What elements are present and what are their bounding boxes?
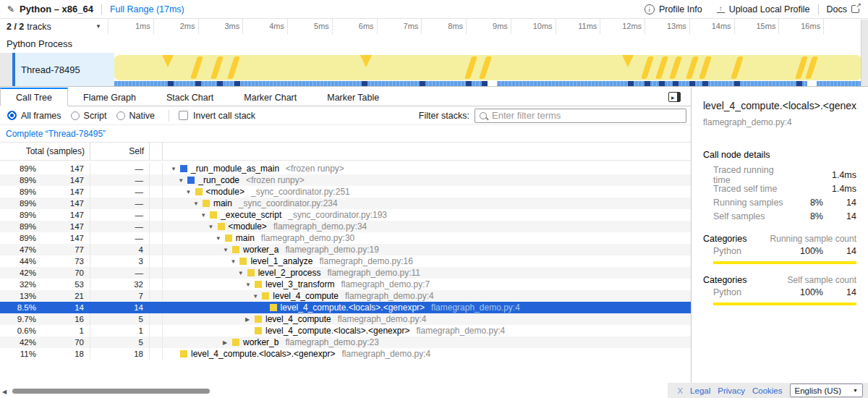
category-square-icon [255,327,262,334]
total-cell: 89%147 [0,209,90,221]
footer-close-button[interactable]: X [677,386,683,395]
radio-label[interactable]: Native [129,111,155,121]
radio-label[interactable]: All frames [21,111,61,121]
tab-marker-table[interactable]: Marker Table [312,88,394,106]
time-tick-label: 3ms [197,22,239,30]
radio-label[interactable]: Script [84,111,107,121]
twisty-icon[interactable]: ▼ [178,177,187,184]
scroll-left-icon[interactable]: ◀ [2,389,7,395]
twisty-icon[interactable]: ▼ [238,270,247,276]
category-square-icon [247,269,255,276]
divider [818,4,819,14]
twisty-icon[interactable]: ▶ [245,316,255,323]
radio-all-frames[interactable] [7,111,17,120]
category-square-icon [195,188,203,195]
twisty-icon[interactable]: ▼ [216,235,225,242]
table-row[interactable]: 9.7%165▶level_4_computeflamegraph_demo.p… [0,313,691,325]
edit-profile-name-icon[interactable]: ✎ [7,4,14,14]
twisty-icon[interactable]: ▼ [171,166,180,172]
radio-native[interactable] [116,111,125,120]
twisty-icon[interactable]: ▼ [193,200,203,207]
category-row: Python100%14 [703,244,856,258]
total-cell: 9.7%16 [0,313,90,325]
table-row[interactable]: 89%147—▼<module>flamegraph_demo.py:34 [0,221,691,232]
twisty-icon[interactable]: ▼ [186,189,195,195]
spacer-cell [150,186,163,198]
twisty-icon[interactable]: ▼ [252,293,262,300]
invert-call-stack-checkbox[interactable] [179,111,188,120]
docs-link[interactable]: Docs [827,4,859,14]
total-percent: 32% [0,280,36,289]
tab-call-tree[interactable]: Call Tree [0,88,68,106]
thread-track-label[interactable]: Thread-78495 [15,53,114,86]
table-row[interactable]: 44%733▼level_1_analyzeflamegraph_demo.py… [0,255,691,267]
table-row[interactable]: 89%147—▼main_sync_coordinator.py:234 [0,198,691,209]
file-location: flamegraph_demo.py:4 [341,349,430,359]
profile-name[interactable]: Python – x86_64 [20,4,93,14]
twisty-icon[interactable]: ▼ [230,258,239,265]
twisty-icon[interactable]: ▼ [200,212,210,219]
track-scrollbar[interactable] [861,20,868,86]
sample-dark-segment [644,81,650,86]
table-row[interactable]: 8.5%1414level_4_compute.<locals>.<genexp… [0,302,691,313]
sample-dark-segment [689,81,695,86]
tab-marker-chart[interactable]: Marker Chart [229,88,312,106]
table-row[interactable]: 11%1818level_4_compute.<locals>.<genexpr… [0,348,691,360]
table-row[interactable]: 13%217▼level_4_computeflamegraph_demo.py… [0,290,691,302]
total-cell: 89%147 [0,221,90,232]
time-tick-label: 5ms [287,22,329,30]
column-total-samples[interactable]: Total (samples) [0,143,90,160]
tree-cell: ▶worker_bflamegraph_demo.py:23 [163,336,691,348]
table-row[interactable]: 47%774▼worker_aflamegraph_demo.py:19 [0,244,691,255]
spacer-cell [150,209,163,221]
twisty-icon[interactable]: ▼ [208,224,218,230]
total-count: 53 [36,280,90,289]
call-tree-toolbar: All framesScriptNative Invert call stack… [0,106,691,125]
table-row[interactable]: 0.6%11level_4_compute.<locals>.<genexpr>… [0,325,691,336]
table-row[interactable]: 42%70—▼level_2_processflamegraph_demo.py… [0,267,691,279]
tracks-dropdown[interactable]: 2 / 2 tracks ▼ [0,19,109,34]
footer-bar: X LegalPrivacyCookies English (US) ▼ [668,383,868,398]
footer-link-legal[interactable]: Legal [690,386,710,395]
twisty-icon[interactable]: ▼ [245,281,255,288]
table-row[interactable]: 89%147—▼_run_module_as_main<frozen runpy… [0,163,691,174]
activity-graph[interactable] [114,53,868,86]
toggle-sidebar-icon[interactable] [668,92,681,102]
twisty-icon[interactable]: ▶ [223,339,232,346]
table-row[interactable]: 32%5332▼level_3_transformflamegraph_demo… [0,279,691,290]
table-row[interactable]: 89%147—▼mainflamegraph_demo.py:30 [0,232,691,244]
thread-track[interactable]: Thread-78495 [0,53,868,87]
tab-flame-graph[interactable]: Flame Graph [68,88,151,106]
table-row[interactable]: 42%705▶worker_bflamegraph_demo.py:23 [0,336,691,348]
twisty-icon[interactable]: ▼ [223,247,232,253]
footer-link-privacy[interactable]: Privacy [718,386,745,395]
invert-call-stack-label[interactable]: Invert call stack [193,111,255,121]
profile-info-button[interactable]: i Profile Info [644,4,702,14]
time-ticks[interactable]: 1ms2ms3ms4ms5ms6ms7ms8ms9ms10ms11ms12ms1… [109,19,868,34]
language-select[interactable]: English (US) ▼ [790,384,864,397]
tab-stack-chart[interactable]: Stack Chart [151,88,229,106]
complete-thread-link[interactable]: Complete “Thread-78495” [0,125,691,143]
bottom-panel: Call TreeFlame GraphStack ChartMarker Ch… [0,88,691,398]
total-count: 70 [36,338,90,347]
upload-local-profile-button[interactable]: ↑ Upload Local Profile [717,4,810,14]
scrollbar-thumb[interactable] [12,389,210,394]
total-cell: 89%147 [0,163,90,174]
table-row[interactable]: 89%147—▼<module>_sync_coordinator.py:251 [0,186,691,198]
detail-row: Self samples8%14 [703,209,856,223]
self-cell: — [90,186,150,198]
process-track-header[interactable]: Python Process [0,34,868,54]
filter-input[interactable] [490,109,686,122]
column-self[interactable]: Self [90,143,150,160]
table-row[interactable]: 89%147—▼_execute_script_sync_coordinator… [0,209,691,221]
radio-script[interactable] [71,111,80,120]
tree-cell: level_4_compute.<locals>.<genexpr>flameg… [163,348,691,360]
category-square-icon [262,292,269,300]
full-range-link[interactable]: Full Range (17ms) [110,4,184,14]
total-count: 18 [36,350,90,358]
footer-link-cookies[interactable]: Cookies [752,386,783,395]
horizontal-scrollbar[interactable]: ◀ [0,389,691,396]
table-row[interactable]: 89%147—▼_run_code<frozen runpy> [0,174,691,186]
time-tick-label: 4ms [242,22,284,30]
samples-strip [114,81,861,86]
